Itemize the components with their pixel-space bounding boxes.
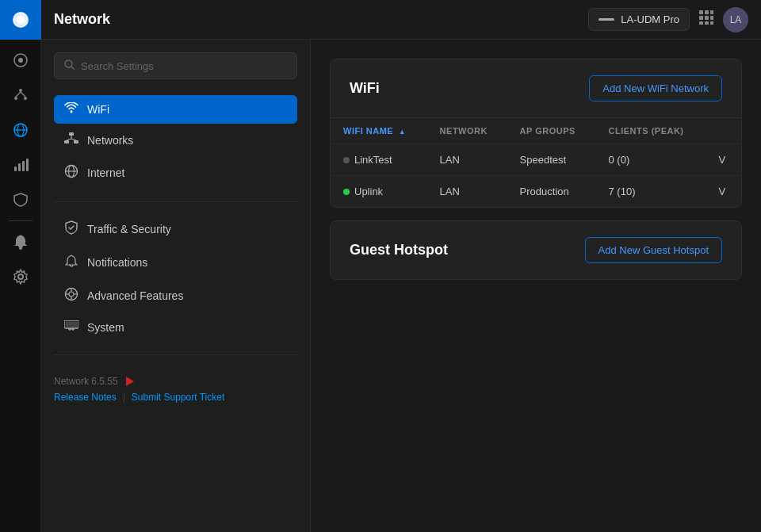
apps-grid-icon[interactable] — [699, 10, 713, 29]
sidebar-item-traffic-security[interactable]: Traffic & Security — [54, 213, 297, 245]
sidebar-item-system[interactable]: System — [54, 313, 297, 342]
svg-rect-20 — [705, 10, 709, 14]
rail-icon-network[interactable] — [0, 113, 41, 147]
col-action — [706, 118, 741, 144]
wifi-card-title: WiFi — [350, 80, 380, 97]
svg-point-1 — [17, 16, 25, 24]
svg-line-35 — [67, 139, 71, 140]
ap-groups-cell: Production — [507, 176, 596, 208]
search-icon — [64, 59, 75, 72]
device-icon — [598, 18, 614, 21]
rail-icon-protect[interactable] — [0, 182, 41, 217]
wifi-table-body: LinkTest LAN Speedtest 0 (0) V Uplink — [331, 144, 741, 208]
col-clients-peak: CLIENTS (PEAK) — [596, 118, 706, 144]
svg-rect-27 — [710, 21, 713, 25]
footer-links: Release Notes | Submit Support Ticket — [54, 392, 297, 403]
rail-icon-dashboard[interactable] — [0, 43, 41, 78]
sidebar-item-notifications[interactable]: Notifications — [54, 247, 297, 278]
user-avatar[interactable]: LA — [723, 7, 748, 33]
svg-point-28 — [65, 60, 72, 67]
icon-rail — [0, 0, 41, 532]
sidebar-item-wifi[interactable]: WiFi — [54, 95, 297, 124]
add-guest-hotspot-button[interactable]: Add New Guest Hotspot — [585, 237, 722, 263]
update-arrow-icon — [126, 377, 134, 386]
svg-point-4 — [19, 89, 22, 92]
svg-line-36 — [71, 139, 76, 140]
svg-point-3 — [18, 58, 23, 63]
svg-point-18 — [18, 274, 23, 279]
sidebar-item-wifi-label: WiFi — [87, 103, 109, 116]
table-row[interactable]: LinkTest LAN Speedtest 0 (0) V — [331, 144, 741, 176]
svg-rect-12 — [14, 166, 17, 171]
main-panel: WiFi Add New WiFi Network WIFI NAME ▲ NE… — [311, 40, 761, 532]
page-title: Network — [54, 11, 588, 28]
rail-icon-stats[interactable] — [0, 147, 41, 182]
rail-icon-settings[interactable] — [0, 259, 41, 294]
svg-rect-31 — [69, 132, 74, 136]
internet-icon — [63, 164, 79, 182]
sidebar-primary-nav: WiFi Networks — [41, 92, 310, 193]
search-box[interactable]: Search Settings — [54, 52, 297, 79]
network-cell: LAN — [427, 144, 507, 176]
device-name: LA-UDM Pro — [621, 13, 679, 25]
rail-icon-notifications[interactable] — [0, 224, 41, 259]
sidebar: Search Settings WiFi — [41, 40, 311, 532]
clients-peak-cell: 0 (0) — [596, 144, 706, 176]
row-action-cell[interactable]: V — [706, 144, 741, 176]
search-placeholder: Search Settings — [81, 60, 154, 72]
wifi-table-header: WIFI NAME ▲ NETWORK AP GROUPS CLIENTS (P… — [331, 118, 741, 144]
status-inactive-icon — [343, 157, 350, 163]
svg-rect-33 — [74, 140, 78, 144]
svg-rect-32 — [64, 140, 69, 144]
wifi-table: WIFI NAME ▲ NETWORK AP GROUPS CLIENTS (P… — [331, 117, 741, 207]
sort-arrow-icon: ▲ — [399, 128, 406, 136]
sidebar-item-advanced-features[interactable]: Advanced Features — [54, 280, 297, 312]
release-notes-link[interactable]: Release Notes — [54, 392, 117, 403]
rail-icon-topology[interactable] — [0, 78, 41, 113]
bell-icon — [63, 254, 79, 271]
wifi-name-cell: LinkTest — [331, 144, 427, 176]
app-logo[interactable] — [0, 0, 41, 40]
support-ticket-link[interactable]: Submit Support Ticket — [132, 392, 224, 403]
system-icon — [63, 320, 79, 335]
svg-point-5 — [14, 97, 17, 100]
svg-rect-26 — [705, 21, 709, 25]
shield-icon — [63, 220, 79, 238]
svg-rect-23 — [705, 16, 709, 20]
svg-rect-21 — [710, 10, 713, 14]
guest-card-title: Guest Hotspot — [350, 242, 448, 258]
svg-rect-14 — [22, 161, 25, 171]
col-network: NETWORK — [427, 118, 507, 144]
row-action-cell[interactable]: V — [706, 176, 741, 208]
version-info: Network 6.5.55 — [54, 376, 297, 387]
sidebar-item-advanced-label: Advanced Features — [87, 289, 183, 302]
svg-line-7 — [16, 92, 21, 97]
search-container: Search Settings — [41, 52, 310, 92]
svg-rect-25 — [699, 21, 703, 25]
sidebar-secondary-nav: Traffic & Security Notifications — [41, 210, 310, 346]
svg-point-30 — [71, 111, 73, 113]
svg-line-8 — [21, 92, 25, 97]
rail-divider-1 — [9, 220, 33, 221]
table-row[interactable]: Uplink LAN Production 7 (10) V — [331, 176, 741, 208]
svg-rect-47 — [66, 322, 78, 327]
footer-separator: | — [123, 392, 125, 403]
svg-rect-19 — [699, 10, 703, 14]
ap-groups-cell: Speedtest — [507, 144, 596, 176]
col-wifi-name: WIFI NAME ▲ — [331, 118, 427, 144]
wifi-name-cell: Uplink — [331, 176, 427, 208]
sidebar-item-internet[interactable]: Internet — [54, 157, 297, 189]
svg-point-6 — [24, 97, 27, 100]
sidebar-item-networks[interactable]: Networks — [54, 125, 297, 155]
add-wifi-network-button[interactable]: Add New WiFi Network — [589, 75, 722, 101]
guest-card-header: Guest Hotspot Add New Guest Hotspot — [331, 221, 741, 279]
wifi-icon — [63, 102, 79, 117]
sidebar-item-internet-label: Internet — [87, 166, 124, 179]
network-cell: LAN — [427, 176, 507, 208]
topbar: Network LA-UDM Pro LA — [41, 0, 761, 40]
main-content: Search Settings WiFi — [41, 40, 761, 532]
svg-rect-22 — [699, 16, 703, 20]
svg-rect-13 — [18, 163, 21, 171]
advanced-icon — [63, 287, 79, 304]
device-selector[interactable]: LA-UDM Pro — [588, 8, 690, 31]
